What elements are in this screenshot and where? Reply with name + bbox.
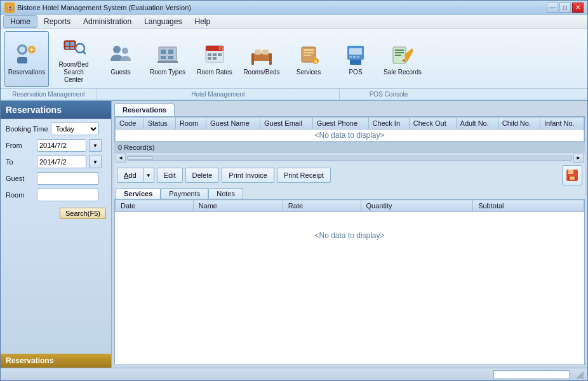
- toolbar-rooms-beds[interactable]: Rooms/Beds: [239, 31, 284, 87]
- scroll-left-btn[interactable]: ◄: [116, 154, 126, 163]
- svg-rect-25: [218, 53, 222, 56]
- toolbar-room-types[interactable]: Room Types: [145, 31, 190, 87]
- sub-tab-services[interactable]: Services: [116, 188, 161, 199]
- scroll-track[interactable]: [127, 156, 572, 161]
- window-title: Bistone Hotel Management System (Evaluat…: [17, 4, 191, 11]
- to-dropdown-btn[interactable]: ▼: [89, 156, 102, 168]
- to-input[interactable]: [37, 156, 86, 168]
- services-no-data-row: <No data to display>: [116, 212, 584, 260]
- svg-line-12: [83, 51, 86, 54]
- menu-help[interactable]: Help: [188, 16, 217, 27]
- h-scrollbar[interactable]: ◄ ►: [114, 152, 585, 163]
- main-tab-header: Reservations: [114, 104, 585, 116]
- menu-home[interactable]: Home: [3, 15, 37, 28]
- print-receipt-button[interactable]: Print Receipt: [277, 168, 331, 183]
- svg-rect-10: [70, 47, 74, 49]
- svg-rect-49: [395, 52, 404, 53]
- svg-rect-19: [168, 56, 173, 59]
- col-check-in: Check In: [368, 117, 409, 130]
- toolbar-room-rates[interactable]: Room Rates: [192, 31, 237, 87]
- bottom-bar: [1, 368, 587, 380]
- svg-point-11: [76, 44, 84, 53]
- svg-text:$: $: [314, 58, 317, 64]
- sub-tab-payments[interactable]: Payments: [161, 188, 208, 199]
- reservations-icon: [14, 42, 39, 67]
- toolbar-room-bed-search[interactable]: Room/Bed Search Center: [51, 31, 96, 87]
- edit-button[interactable]: Edit: [157, 168, 183, 183]
- toolbar-buttons: Reservations Room/Bed Search Center: [1, 29, 587, 88]
- guests-label: Guests: [110, 69, 131, 76]
- room-label: Room: [6, 191, 34, 199]
- to-label: To: [6, 158, 34, 166]
- svc-col-date: Date: [116, 200, 194, 212]
- add-dropdown-arrow[interactable]: ▼: [143, 168, 154, 183]
- services-toolbar-label: Services: [297, 69, 321, 76]
- svg-rect-8: [70, 42, 74, 46]
- col-infant-no: Infant No.: [540, 117, 584, 130]
- toolbar-pos[interactable]: POS: [333, 31, 378, 87]
- sale-records-icon: [390, 42, 415, 67]
- rooms-beds-icon: [249, 42, 274, 67]
- app-icon: 🏨: [4, 3, 15, 13]
- maximize-button[interactable]: □: [559, 3, 571, 13]
- minimize-button[interactable]: —: [547, 3, 558, 13]
- data-table-container: Code Status Room Guest Name Guest Email …: [114, 116, 585, 142]
- guest-input[interactable]: [37, 172, 99, 185]
- group-pos-console: POS Console: [340, 89, 438, 100]
- room-bed-search-label: Room/Bed Search Center: [53, 61, 94, 84]
- svg-rect-20: [157, 61, 178, 63]
- scroll-right-btn[interactable]: ►: [573, 154, 584, 163]
- room-rates-icon: [202, 42, 227, 67]
- content-area: Reservations Code Status Room Guest Name…: [112, 101, 587, 368]
- close-button[interactable]: ✕: [572, 3, 584, 13]
- from-row: From ▼: [6, 139, 106, 152]
- svg-rect-50: [395, 55, 401, 56]
- delete-button[interactable]: Delete: [185, 168, 220, 183]
- tab-reservations[interactable]: Reservations: [114, 104, 175, 116]
- col-status: Status: [144, 117, 175, 130]
- col-code: Code: [116, 117, 144, 130]
- toolbar-sale-records[interactable]: Sale Records: [380, 31, 425, 87]
- svg-rect-36: [304, 49, 314, 51]
- booking-time-select[interactable]: Today This Week This Month: [51, 123, 99, 135]
- toolbar-guests[interactable]: Guests: [98, 31, 143, 87]
- reservations-label: Reservations: [8, 69, 45, 76]
- print-invoice-button[interactable]: Print Invoice: [222, 168, 274, 183]
- table-header-row: Code Status Room Guest Name Guest Email …: [116, 117, 584, 130]
- svc-col-rate: Rate: [283, 200, 361, 212]
- menu-languages[interactable]: Languages: [138, 16, 188, 27]
- add-button[interactable]: Add: [117, 168, 143, 183]
- svg-rect-24: [213, 53, 217, 56]
- resize-grip[interactable]: [575, 370, 585, 380]
- add-split: Add ▼: [117, 168, 154, 183]
- svg-rect-16: [161, 50, 166, 54]
- action-bar: Add ▼ Edit Delete Print Invoice Print Re…: [114, 163, 585, 188]
- search-button[interactable]: Search(F5): [60, 208, 106, 219]
- menu-reports[interactable]: Reports: [37, 16, 77, 27]
- save-button[interactable]: [562, 165, 582, 185]
- main-content: Reservations Booking Time Today This Wee…: [1, 101, 587, 368]
- sale-records-label: Sale Records: [384, 69, 422, 76]
- sub-tab-notes[interactable]: Notes: [208, 188, 243, 199]
- guest-row: Guest: [6, 172, 106, 185]
- to-row: To ▼: [6, 156, 106, 168]
- toolbar-reservations[interactable]: Reservations: [4, 31, 49, 87]
- title-bar-text: 🏨 Bistone Hotel Management System (Evalu…: [4, 3, 191, 13]
- sidebar: Reservations Booking Time Today This Wee…: [1, 101, 112, 368]
- svg-point-29: [220, 47, 222, 50]
- col-guest-name: Guest Name: [206, 117, 260, 130]
- svg-rect-34: [262, 50, 269, 55]
- toolbar-services[interactable]: $ Services: [286, 31, 331, 87]
- svg-rect-45: [357, 56, 359, 58]
- room-input[interactable]: [37, 189, 99, 201]
- svg-rect-48: [395, 50, 404, 51]
- from-dropdown-btn[interactable]: ▼: [89, 139, 102, 152]
- services-icon: $: [296, 42, 321, 67]
- from-input[interactable]: [37, 139, 86, 152]
- guest-label: Guest: [6, 175, 34, 182]
- svg-rect-32: [269, 53, 272, 65]
- menu-administration[interactable]: Administration: [77, 16, 138, 27]
- col-guest-email: Guest Email: [260, 117, 312, 130]
- svg-rect-7: [65, 42, 69, 46]
- svg-rect-44: [353, 56, 356, 58]
